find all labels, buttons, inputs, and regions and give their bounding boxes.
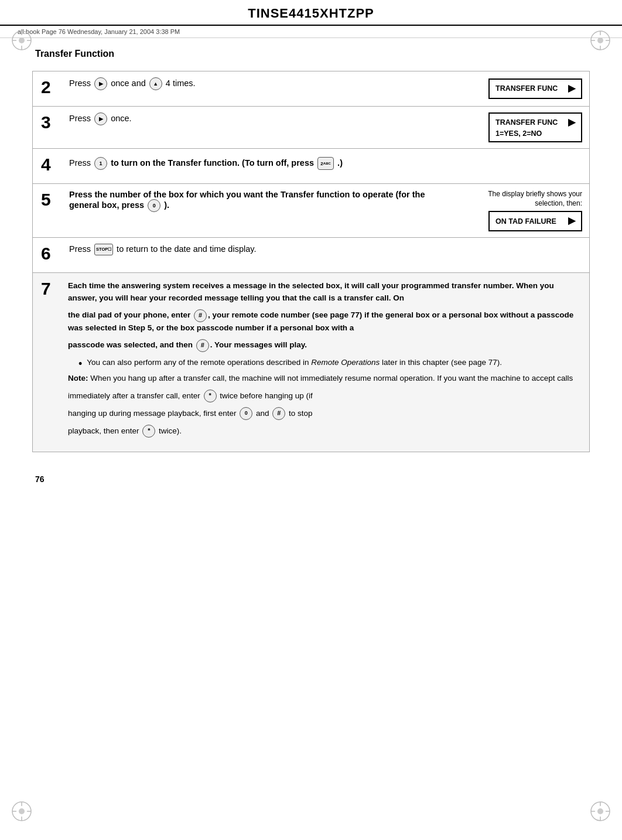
step-5-number: 5: [33, 184, 61, 237]
step-7-bullet-text: You can also perform any of the remote o…: [87, 357, 502, 369]
corner-decoration-tl: [11, 29, 33, 52]
step-2-row: 2 Press ▶ once and ▲ 4 times. TRANSFER F…: [33, 71, 589, 107]
content-area: 2 Press ▶ once and ▲ 4 times. TRANSFER F…: [32, 71, 590, 452]
step-7-bullet: • You can also perform any of the remote…: [78, 357, 577, 369]
step-6-text: Press STOP☐ to return to the date and ti…: [69, 244, 256, 255]
asterisk-button-icon: *: [204, 390, 217, 402]
num-1-button-icon: 1: [94, 157, 107, 170]
step-2-content: Press ▶ once and ▲ 4 times.: [61, 71, 472, 106]
step-7-content: Each time the answering system receives …: [61, 273, 589, 452]
step-5-lcd: ON TAD FAILURE ▶: [488, 211, 582, 231]
step-5-content: Press the number of the box for which yo…: [61, 184, 460, 237]
asterisk-button-2-icon: *: [142, 425, 155, 438]
step-2-text: Press ▶ once and ▲ 4 times.: [69, 77, 196, 90]
step-3-row: 3 Press ▶ once. TRANSFER FUNC ▶ 1=YES, 2…: [33, 107, 589, 149]
step-4-number: 4: [33, 149, 61, 183]
step-2-number: 2: [33, 71, 61, 106]
num-0-button-2-icon: 0: [240, 407, 252, 420]
step-3-number: 3: [33, 107, 61, 148]
step-6-row: 6 Press STOP☐ to return to the date and …: [33, 238, 589, 273]
step-4-text: Press 1 to turn on the Transfer function…: [69, 157, 343, 170]
num-2abc-button-icon: 2ABC: [317, 157, 334, 170]
up-button-icon: ▲: [149, 77, 162, 90]
section-title: Transfer Function: [0, 38, 622, 65]
svg-point-1: [19, 37, 25, 43]
step-5-display-note: The display briefly shows your selection…: [467, 190, 582, 208]
corner-decoration-br: [589, 800, 611, 822]
step-7-para3: passcode was selected, and then #. Your …: [68, 339, 577, 352]
num-0-button-icon: 0: [148, 199, 160, 212]
step-7-note: Note: When you hang up after a transfer …: [68, 373, 577, 385]
step-4-content: Press 1 to turn on the Transfer function…: [61, 149, 589, 183]
hash-button-icon: #: [194, 309, 207, 322]
lcd-arrow-3-icon: ▶: [568, 215, 575, 227]
svg-point-13: [19, 808, 25, 814]
bullet-dot-icon: •: [78, 358, 82, 369]
step-7-para1: Each time the answering system receives …: [68, 280, 577, 305]
step-4-row: 4 Press 1 to turn on the Transfer functi…: [33, 149, 589, 184]
step-5-display: The display briefly shows your selection…: [460, 184, 589, 237]
file-info-bar: all.book Page 76 Wednesday, January 21, …: [0, 26, 622, 38]
step-2-lcd: TRANSFER FUNC ▶: [488, 78, 582, 99]
svg-point-19: [597, 808, 603, 814]
lcd-arrow-icon: ▶: [568, 83, 575, 95]
stop-button-icon: STOP☐: [94, 244, 113, 255]
hash-button-2-icon: #: [196, 339, 209, 352]
play-button-2-icon: ▶: [94, 112, 107, 125]
play-button-icon: ▶: [94, 77, 107, 90]
corner-decoration-bl: [11, 800, 33, 822]
step-2-display: TRANSFER FUNC ▶: [472, 71, 589, 106]
step-7-note3: hanging up during message playback, firs…: [68, 407, 577, 420]
step-3-content: Press ▶ once.: [61, 107, 472, 148]
hash-button-3-icon: #: [272, 407, 285, 420]
step-5-text: Press the number of the box for which yo…: [69, 190, 425, 210]
step-3-text: Press ▶ once.: [69, 112, 132, 125]
page-header-title: TINSE4415XHTZPP: [0, 0, 622, 26]
step-5-row: 5 Press the number of the box for which …: [33, 184, 589, 238]
corner-decoration-tr: [589, 29, 611, 52]
lcd-arrow-2-icon: ▶: [568, 117, 575, 129]
step-7-note2: immediately after a transfer call, enter…: [68, 390, 577, 402]
svg-point-7: [597, 37, 603, 43]
step-6-number: 6: [33, 238, 61, 272]
step-6-content: Press STOP☐ to return to the date and ti…: [61, 238, 589, 272]
step-3-display: TRANSFER FUNC ▶ 1=YES, 2=NO: [472, 107, 589, 148]
step-7-note4: playback, then enter * twice).: [68, 425, 577, 438]
step-7-number: 7: [33, 273, 61, 452]
step-7-para2: the dial pad of your phone, enter #, you…: [68, 309, 577, 334]
step-3-lcd: TRANSFER FUNC ▶ 1=YES, 2=NO: [488, 112, 582, 142]
page-number: 76: [0, 470, 622, 489]
step-7-row: 7 Each time the answering system receive…: [33, 273, 589, 452]
